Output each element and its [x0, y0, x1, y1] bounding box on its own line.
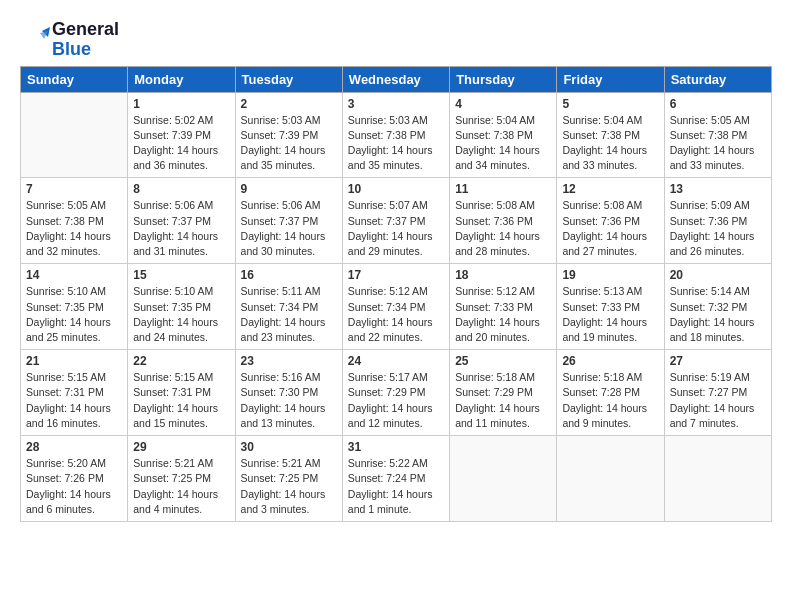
day-info: Sunrise: 5:18 AM Sunset: 7:29 PM Dayligh…	[455, 370, 551, 431]
sunset-text: Sunset: 7:28 PM	[562, 385, 658, 400]
calendar-cell: 17 Sunrise: 5:12 AM Sunset: 7:34 PM Dayl…	[342, 264, 449, 350]
day-info: Sunrise: 5:19 AM Sunset: 7:27 PM Dayligh…	[670, 370, 766, 431]
day-number: 19	[562, 268, 658, 282]
sunrise-text: Sunrise: 5:18 AM	[455, 370, 551, 385]
sunrise-text: Sunrise: 5:15 AM	[26, 370, 122, 385]
daylight-text: Daylight: 14 hours and 23 minutes.	[241, 315, 337, 345]
calendar-cell: 23 Sunrise: 5:16 AM Sunset: 7:30 PM Dayl…	[235, 350, 342, 436]
column-header-friday: Friday	[557, 66, 664, 92]
sunset-text: Sunset: 7:33 PM	[455, 300, 551, 315]
day-info: Sunrise: 5:11 AM Sunset: 7:34 PM Dayligh…	[241, 284, 337, 345]
sunrise-text: Sunrise: 5:19 AM	[670, 370, 766, 385]
daylight-text: Daylight: 14 hours and 15 minutes.	[133, 401, 229, 431]
sunrise-text: Sunrise: 5:02 AM	[133, 113, 229, 128]
day-info: Sunrise: 5:21 AM Sunset: 7:25 PM Dayligh…	[133, 456, 229, 517]
header: General Blue	[20, 20, 772, 60]
daylight-text: Daylight: 14 hours and 28 minutes.	[455, 229, 551, 259]
day-info: Sunrise: 5:05 AM Sunset: 7:38 PM Dayligh…	[670, 113, 766, 174]
day-info: Sunrise: 5:06 AM Sunset: 7:37 PM Dayligh…	[241, 198, 337, 259]
sunset-text: Sunset: 7:32 PM	[670, 300, 766, 315]
sunset-text: Sunset: 7:38 PM	[455, 128, 551, 143]
calendar-cell: 8 Sunrise: 5:06 AM Sunset: 7:37 PM Dayli…	[128, 178, 235, 264]
daylight-text: Daylight: 14 hours and 35 minutes.	[348, 143, 444, 173]
daylight-text: Daylight: 14 hours and 13 minutes.	[241, 401, 337, 431]
day-number: 15	[133, 268, 229, 282]
day-info: Sunrise: 5:17 AM Sunset: 7:29 PM Dayligh…	[348, 370, 444, 431]
day-info: Sunrise: 5:13 AM Sunset: 7:33 PM Dayligh…	[562, 284, 658, 345]
daylight-text: Daylight: 14 hours and 18 minutes.	[670, 315, 766, 345]
calendar-cell: 25 Sunrise: 5:18 AM Sunset: 7:29 PM Dayl…	[450, 350, 557, 436]
calendar-cell: 13 Sunrise: 5:09 AM Sunset: 7:36 PM Dayl…	[664, 178, 771, 264]
day-number: 26	[562, 354, 658, 368]
day-number: 11	[455, 182, 551, 196]
day-number: 31	[348, 440, 444, 454]
daylight-text: Daylight: 14 hours and 16 minutes.	[26, 401, 122, 431]
day-number: 24	[348, 354, 444, 368]
sunrise-text: Sunrise: 5:15 AM	[133, 370, 229, 385]
sunset-text: Sunset: 7:36 PM	[670, 214, 766, 229]
sunrise-text: Sunrise: 5:05 AM	[26, 198, 122, 213]
day-info: Sunrise: 5:10 AM Sunset: 7:35 PM Dayligh…	[133, 284, 229, 345]
sunrise-text: Sunrise: 5:07 AM	[348, 198, 444, 213]
sunrise-text: Sunrise: 5:12 AM	[348, 284, 444, 299]
sunset-text: Sunset: 7:31 PM	[26, 385, 122, 400]
sunrise-text: Sunrise: 5:14 AM	[670, 284, 766, 299]
sunset-text: Sunset: 7:37 PM	[348, 214, 444, 229]
sunrise-text: Sunrise: 5:10 AM	[133, 284, 229, 299]
day-number: 25	[455, 354, 551, 368]
column-header-monday: Monday	[128, 66, 235, 92]
logo-bird-icon	[20, 25, 50, 55]
calendar: SundayMondayTuesdayWednesdayThursdayFrid…	[20, 66, 772, 522]
sunset-text: Sunset: 7:35 PM	[133, 300, 229, 315]
sunset-text: Sunset: 7:27 PM	[670, 385, 766, 400]
column-header-tuesday: Tuesday	[235, 66, 342, 92]
calendar-cell: 28 Sunrise: 5:20 AM Sunset: 7:26 PM Dayl…	[21, 436, 128, 522]
sunrise-text: Sunrise: 5:21 AM	[133, 456, 229, 471]
calendar-cell: 10 Sunrise: 5:07 AM Sunset: 7:37 PM Dayl…	[342, 178, 449, 264]
sunrise-text: Sunrise: 5:04 AM	[455, 113, 551, 128]
calendar-cell: 14 Sunrise: 5:10 AM Sunset: 7:35 PM Dayl…	[21, 264, 128, 350]
daylight-text: Daylight: 14 hours and 31 minutes.	[133, 229, 229, 259]
sunrise-text: Sunrise: 5:08 AM	[455, 198, 551, 213]
calendar-cell: 6 Sunrise: 5:05 AM Sunset: 7:38 PM Dayli…	[664, 92, 771, 178]
day-number: 3	[348, 97, 444, 111]
sunrise-text: Sunrise: 5:09 AM	[670, 198, 766, 213]
sunrise-text: Sunrise: 5:13 AM	[562, 284, 658, 299]
day-info: Sunrise: 5:16 AM Sunset: 7:30 PM Dayligh…	[241, 370, 337, 431]
calendar-cell: 26 Sunrise: 5:18 AM Sunset: 7:28 PM Dayl…	[557, 350, 664, 436]
daylight-text: Daylight: 14 hours and 34 minutes.	[455, 143, 551, 173]
sunset-text: Sunset: 7:36 PM	[562, 214, 658, 229]
calendar-cell: 2 Sunrise: 5:03 AM Sunset: 7:39 PM Dayli…	[235, 92, 342, 178]
calendar-cell: 21 Sunrise: 5:15 AM Sunset: 7:31 PM Dayl…	[21, 350, 128, 436]
sunset-text: Sunset: 7:26 PM	[26, 471, 122, 486]
calendar-week-row: 28 Sunrise: 5:20 AM Sunset: 7:26 PM Dayl…	[21, 436, 772, 522]
logo: General Blue	[20, 20, 119, 60]
calendar-week-row: 1 Sunrise: 5:02 AM Sunset: 7:39 PM Dayli…	[21, 92, 772, 178]
sunrise-text: Sunrise: 5:16 AM	[241, 370, 337, 385]
calendar-week-row: 21 Sunrise: 5:15 AM Sunset: 7:31 PM Dayl…	[21, 350, 772, 436]
sunrise-text: Sunrise: 5:22 AM	[348, 456, 444, 471]
sunrise-text: Sunrise: 5:08 AM	[562, 198, 658, 213]
column-header-thursday: Thursday	[450, 66, 557, 92]
daylight-text: Daylight: 14 hours and 26 minutes.	[670, 229, 766, 259]
daylight-text: Daylight: 14 hours and 12 minutes.	[348, 401, 444, 431]
calendar-cell: 22 Sunrise: 5:15 AM Sunset: 7:31 PM Dayl…	[128, 350, 235, 436]
day-info: Sunrise: 5:12 AM Sunset: 7:34 PM Dayligh…	[348, 284, 444, 345]
calendar-cell	[450, 436, 557, 522]
daylight-text: Daylight: 14 hours and 7 minutes.	[670, 401, 766, 431]
calendar-cell: 5 Sunrise: 5:04 AM Sunset: 7:38 PM Dayli…	[557, 92, 664, 178]
sunset-text: Sunset: 7:24 PM	[348, 471, 444, 486]
day-number: 9	[241, 182, 337, 196]
calendar-week-row: 7 Sunrise: 5:05 AM Sunset: 7:38 PM Dayli…	[21, 178, 772, 264]
daylight-text: Daylight: 14 hours and 25 minutes.	[26, 315, 122, 345]
day-number: 10	[348, 182, 444, 196]
sunset-text: Sunset: 7:34 PM	[348, 300, 444, 315]
calendar-week-row: 14 Sunrise: 5:10 AM Sunset: 7:35 PM Dayl…	[21, 264, 772, 350]
calendar-cell: 30 Sunrise: 5:21 AM Sunset: 7:25 PM Dayl…	[235, 436, 342, 522]
sunset-text: Sunset: 7:30 PM	[241, 385, 337, 400]
calendar-header-row: SundayMondayTuesdayWednesdayThursdayFrid…	[21, 66, 772, 92]
sunrise-text: Sunrise: 5:03 AM	[348, 113, 444, 128]
day-number: 4	[455, 97, 551, 111]
daylight-text: Daylight: 14 hours and 1 minute.	[348, 487, 444, 517]
day-info: Sunrise: 5:09 AM Sunset: 7:36 PM Dayligh…	[670, 198, 766, 259]
